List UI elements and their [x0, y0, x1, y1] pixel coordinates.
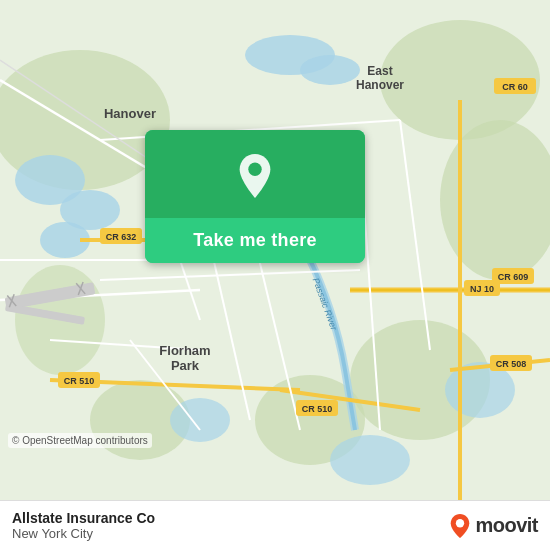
svg-text:CR 609: CR 609: [498, 272, 529, 282]
button-overlay: Take me there: [145, 130, 365, 263]
svg-text:CR 632: CR 632: [106, 232, 137, 242]
take-me-there-label: Take me there: [145, 218, 365, 263]
svg-text:CR 508: CR 508: [496, 359, 527, 369]
svg-text:Florham: Florham: [159, 343, 210, 358]
svg-point-14: [330, 435, 410, 485]
svg-text:CR 60: CR 60: [502, 82, 528, 92]
location-pin-icon: [234, 152, 276, 200]
svg-text:Park: Park: [171, 358, 200, 373]
bottom-bar: Allstate Insurance Co New York City moov…: [0, 500, 550, 550]
svg-text:CR 510: CR 510: [64, 376, 95, 386]
svg-text:NJ 10: NJ 10: [470, 284, 494, 294]
location-name: Allstate Insurance Co: [12, 510, 155, 526]
svg-text:Hanover: Hanover: [104, 106, 156, 121]
svg-text:Hanover: Hanover: [356, 78, 404, 92]
button-icon-area: [145, 130, 365, 218]
svg-text:East: East: [367, 64, 392, 78]
moovit-brand-text: moovit: [475, 514, 538, 537]
moovit-pin-icon: [449, 513, 471, 539]
svg-point-63: [456, 519, 464, 527]
location-info: Allstate Insurance Co New York City: [12, 510, 155, 541]
svg-point-12: [300, 55, 360, 85]
moovit-logo: moovit: [449, 513, 538, 539]
map-container: CR 632 CR 60 CR 609 NJ 10 CR 510 CR 510 …: [0, 0, 550, 500]
location-city: New York City: [12, 526, 155, 541]
map-attribution: © OpenStreetMap contributors: [8, 433, 152, 448]
attribution-text: © OpenStreetMap contributors: [12, 435, 148, 446]
svg-text:CR 510: CR 510: [302, 404, 333, 414]
svg-point-62: [248, 163, 261, 176]
take-me-there-button[interactable]: Take me there: [145, 130, 365, 263]
